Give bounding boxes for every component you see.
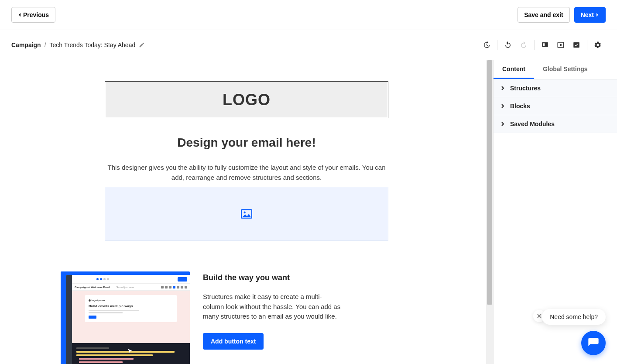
feature-title[interactable]: Build the way you want: [203, 273, 432, 282]
desktop-preview-icon[interactable]: [537, 37, 553, 53]
undo-icon[interactable]: [500, 37, 516, 53]
accordion-saved-modules[interactable]: Saved Modules: [494, 115, 617, 133]
mock-saved-text: Saved just now: [116, 286, 134, 288]
accordion-structures[interactable]: Structures: [494, 79, 617, 97]
logo-text: LOGO: [223, 91, 271, 109]
add-button-text-button[interactable]: Add button text: [203, 333, 264, 350]
cta-label: Add button text: [211, 338, 256, 345]
close-icon: [537, 313, 542, 319]
logo-block[interactable]: LOGO: [105, 81, 388, 118]
chat-icon: [587, 337, 600, 349]
edit-title-icon[interactable]: [139, 42, 145, 48]
breadcrumb-title[interactable]: Tech Trends Today: Stay Ahead: [50, 41, 136, 48]
scrollbar[interactable]: [486, 60, 493, 364]
chevron-left-icon: [18, 13, 21, 17]
structures-label: Structures: [510, 85, 541, 92]
cursor-icon: [127, 348, 133, 354]
inbox-preview-icon[interactable]: [569, 37, 584, 53]
image-icon: [241, 209, 252, 219]
svg-rect-0: [542, 42, 548, 47]
mock-heading: Build emails multiple ways: [89, 304, 173, 308]
svg-point-6: [244, 212, 246, 213]
svg-point-3: [560, 44, 562, 46]
chevron-right-icon: [596, 13, 599, 17]
breadcrumb-root: Campaign: [11, 41, 41, 48]
chevron-right-icon: [500, 104, 505, 108]
save-exit-label: Save and exit: [524, 11, 563, 18]
save-and-exit-button[interactable]: Save and exit: [518, 7, 570, 23]
help-tooltip-text: Need some help?: [550, 313, 598, 320]
settings-gear-icon[interactable]: [590, 37, 606, 53]
chevron-right-icon: [500, 122, 505, 126]
mock-breadcrumb: Campaigns / Welcome Email: [75, 286, 110, 288]
editor-toolbar: [479, 37, 606, 53]
saved-modules-label: Saved Modules: [510, 120, 555, 127]
help-tooltip: Need some help?: [542, 309, 606, 325]
breadcrumb-separator: /: [45, 41, 46, 48]
svg-rect-1: [543, 43, 545, 46]
blocks-label: Blocks: [510, 103, 530, 110]
history-icon[interactable]: [479, 37, 494, 53]
email-subtext[interactable]: This designer gives you the ability to f…: [107, 163, 386, 182]
image-placeholder[interactable]: [105, 187, 388, 241]
tab-content[interactable]: Content: [494, 60, 534, 79]
breadcrumb: Campaign / Tech Trends Today: Stay Ahead: [11, 41, 145, 48]
email-canvas-area[interactable]: LOGO Design your email here! This design…: [0, 60, 493, 364]
redo-icon: [516, 37, 531, 53]
accordion-blocks[interactable]: Blocks: [494, 97, 617, 115]
previous-label: Previous: [23, 11, 49, 18]
help-chat-button[interactable]: [581, 331, 606, 355]
next-button[interactable]: Next: [574, 7, 606, 23]
email-headline[interactable]: Design your email here!: [55, 136, 439, 150]
mock-logo: ◐ logoipsum: [89, 299, 173, 302]
tab-global-settings[interactable]: Global Settings: [534, 60, 596, 79]
tab-global-settings-label: Global Settings: [543, 65, 588, 72]
tab-content-label: Content: [502, 65, 525, 72]
next-label: Next: [581, 11, 594, 18]
previous-button[interactable]: Previous: [11, 7, 55, 23]
code-view-icon[interactable]: [553, 37, 569, 53]
feature-text[interactable]: Structures make it easy to create a mult…: [203, 292, 343, 322]
feature-image[interactable]: Campaigns / Welcome Email Saved just now…: [61, 271, 190, 364]
chevron-right-icon: [500, 86, 505, 90]
